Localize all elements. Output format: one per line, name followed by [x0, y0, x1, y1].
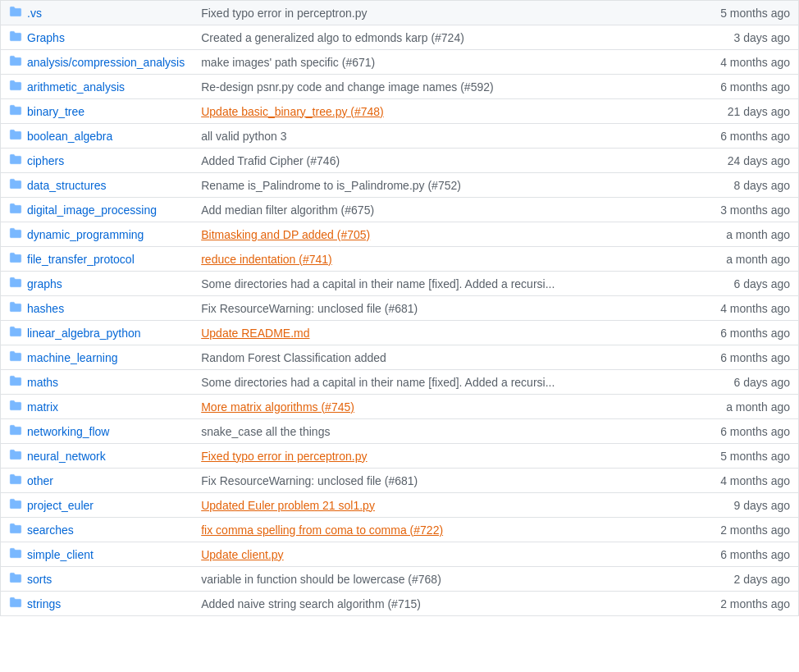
table-row: project_eulerUpdated Euler problem 21 so…: [1, 493, 799, 518]
file-name-cell: file_transfer_protocol: [1, 247, 194, 272]
folder-icon: [9, 400, 22, 414]
file-name-cell: analysis/compression_analysis: [1, 50, 194, 75]
commit-time-cell: 2 days ago: [712, 567, 798, 592]
commit-message-cell: reduce indentation (#741): [193, 247, 712, 272]
commit-time-cell: 5 months ago: [712, 1, 798, 25]
folder-icon: [9, 153, 22, 167]
folder-icon: [9, 326, 22, 340]
file-name-link[interactable]: digital_image_processing: [27, 203, 157, 217]
folder-icon: [9, 55, 22, 69]
commit-time-cell: a month ago: [712, 395, 798, 419]
file-name-link[interactable]: searches: [27, 523, 74, 537]
table-row: arithmetic_analysisRe-design psnr.py cod…: [1, 75, 799, 99]
commit-message-cell: Some directories had a capital in their …: [193, 370, 712, 395]
file-name-link[interactable]: machine_learning: [27, 351, 118, 364]
file-name-link[interactable]: binary_tree: [27, 105, 84, 118]
commit-message-cell: Add median filter algorithm (#675): [193, 198, 712, 222]
file-name-cell: linear_algebra_python: [1, 321, 194, 345]
commit-message-text: make images' path specific (#671): [201, 56, 375, 69]
commit-message-link[interactable]: Updated Euler problem 21 sol1.py: [201, 499, 375, 512]
file-name-cell: arithmetic_analysis: [1, 75, 194, 99]
folder-icon: [9, 129, 22, 143]
file-name-link[interactable]: simple_client: [27, 548, 94, 561]
commit-message-cell: make images' path specific (#671): [193, 50, 712, 75]
file-name-cell: maths: [1, 370, 194, 395]
table-row: sortsvariable in function should be lowe…: [1, 567, 799, 592]
commit-message-cell: Created a generalized algo to edmonds ka…: [193, 25, 712, 50]
file-name-cell: neural_network: [1, 444, 194, 469]
commit-message-link[interactable]: Bitmasking and DP added (#705): [201, 228, 370, 241]
commit-message-link[interactable]: Update client.py: [201, 548, 283, 561]
file-name-link[interactable]: sorts: [27, 573, 52, 586]
commit-message-text: Random Forest Classification added: [201, 351, 386, 364]
file-name-link[interactable]: project_euler: [27, 499, 94, 512]
table-row: hashesFix ResourceWarning: unclosed file…: [1, 296, 799, 321]
file-name-link[interactable]: ciphers: [27, 154, 64, 167]
file-name-cell: hashes: [1, 296, 194, 321]
file-name-link[interactable]: arithmetic_analysis: [27, 80, 125, 94]
file-name-link[interactable]: maths: [27, 376, 58, 389]
commit-time-cell: 21 days ago: [712, 99, 798, 124]
folder-icon: [9, 523, 22, 537]
table-row: mathsSome directories had a capital in t…: [1, 370, 799, 395]
commit-time-cell: 9 days ago: [712, 493, 798, 518]
file-listing-table: .vsFixed typo error in perceptron.py5 mo…: [0, 0, 799, 616]
commit-time-cell: 6 months ago: [712, 419, 798, 444]
commit-time-cell: 8 days ago: [712, 173, 798, 198]
folder-icon: [9, 6, 22, 20]
commit-message-cell: Bitmasking and DP added (#705): [193, 222, 712, 247]
table-row: machine_learningRandom Forest Classifica…: [1, 345, 799, 370]
file-name-link[interactable]: matrix: [27, 400, 58, 414]
file-name-cell: dynamic_programming: [1, 222, 194, 247]
commit-time-cell: 24 days ago: [712, 149, 798, 173]
table-row: .vsFixed typo error in perceptron.py5 mo…: [1, 1, 799, 25]
table-row: binary_treeUpdate basic_binary_tree.py (…: [1, 99, 799, 124]
commit-time-cell: 3 days ago: [712, 25, 798, 50]
commit-time-cell: 4 months ago: [712, 469, 798, 493]
commit-message-text: Re-design psnr.py code and change image …: [201, 80, 493, 94]
commit-message-text: Rename is_Palindrome to is_Palindrome.py…: [201, 179, 461, 192]
file-name-link[interactable]: linear_algebra_python: [27, 327, 141, 340]
commit-message-text: Some directories had a capital in their …: [201, 277, 555, 290]
file-name-link[interactable]: graphs: [27, 277, 62, 290]
file-name-link[interactable]: boolean_algebra: [27, 130, 112, 143]
commit-message-link[interactable]: More matrix algorithms (#745): [201, 400, 354, 414]
file-name-link[interactable]: other: [27, 474, 53, 487]
commit-time-cell: 6 months ago: [712, 321, 798, 345]
commit-message-cell: Re-design psnr.py code and change image …: [193, 75, 712, 99]
commit-message-text: snake_case all the things: [201, 425, 330, 438]
commit-time-cell: 3 months ago: [712, 198, 798, 222]
file-name-cell: other: [1, 469, 194, 493]
file-name-link[interactable]: Graphs: [27, 31, 65, 44]
file-name-link[interactable]: file_transfer_protocol: [27, 253, 135, 266]
commit-message-link[interactable]: Fixed typo error in perceptron.py: [201, 450, 367, 463]
commit-message-text: Some directories had a capital in their …: [201, 376, 555, 389]
folder-icon: [9, 301, 22, 315]
commit-time-cell: 4 months ago: [712, 296, 798, 321]
commit-message-cell: Fix ResourceWarning: unclosed file (#681…: [193, 469, 712, 493]
file-name-cell: simple_client: [1, 542, 194, 567]
file-name-link[interactable]: .vs: [27, 7, 42, 20]
folder-icon: [9, 597, 22, 610]
file-name-link[interactable]: dynamic_programming: [27, 228, 144, 241]
file-name-link[interactable]: data_structures: [27, 179, 107, 192]
file-name-cell: sorts: [1, 567, 194, 592]
file-name-link[interactable]: strings: [27, 597, 61, 610]
table-row: searchesfix comma spelling from coma to …: [1, 518, 799, 542]
commit-message-link[interactable]: reduce indentation (#741): [201, 253, 332, 266]
file-name-link[interactable]: networking_flow: [27, 425, 109, 438]
commit-message-link[interactable]: Update basic_binary_tree.py (#748): [201, 105, 384, 118]
file-name-link[interactable]: neural_network: [27, 450, 106, 463]
file-name-link[interactable]: analysis/compression_analysis: [27, 56, 185, 69]
table-row: simple_clientUpdate client.py6 months ag…: [1, 542, 799, 567]
commit-message-cell: Some directories had a capital in their …: [193, 272, 712, 296]
commit-time-cell: 6 days ago: [712, 272, 798, 296]
file-name-link[interactable]: hashes: [27, 302, 64, 315]
commit-message-cell: all valid python 3: [193, 124, 712, 149]
table-row: digital_image_processingAdd median filte…: [1, 198, 799, 222]
commit-message-cell: Random Forest Classification added: [193, 345, 712, 370]
commit-message-link[interactable]: Update README.md: [201, 327, 309, 340]
table-row: file_transfer_protocolreduce indentation…: [1, 247, 799, 272]
commit-message-text: all valid python 3: [201, 130, 286, 143]
commit-message-link[interactable]: fix comma spelling from coma to comma (#…: [201, 523, 443, 537]
